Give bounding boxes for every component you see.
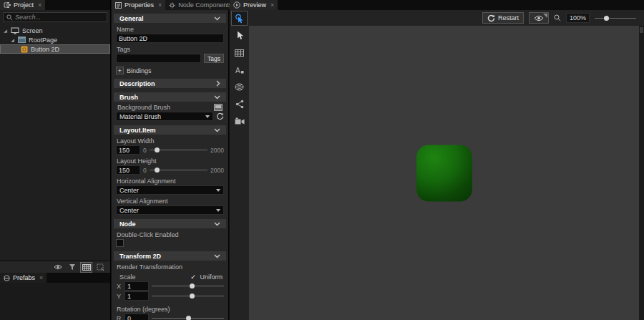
background-brush-label: Background Brush <box>117 104 170 111</box>
zoom-slider[interactable] <box>595 15 636 21</box>
rotation-r-field[interactable] <box>125 314 149 320</box>
button-2d-node[interactable] <box>416 145 472 201</box>
rotation-slider[interactable] <box>152 315 224 320</box>
close-icon[interactable]: × <box>38 2 42 9</box>
visibility-button[interactable] <box>529 12 549 24</box>
zoom-level-value[interactable]: 100% <box>566 13 590 23</box>
tree-row-screen[interactable]: ◢ Screen <box>0 26 110 35</box>
scale-y-label: Y <box>116 293 122 300</box>
tab-preview[interactable]: Preview × <box>230 0 278 10</box>
scrollbar-thumb[interactable] <box>640 27 643 33</box>
section-transform-2d[interactable]: Transform 2D <box>114 251 226 261</box>
scale-x-field[interactable] <box>125 281 149 291</box>
wireframe-tool-icon[interactable] <box>232 80 247 94</box>
close-icon[interactable]: × <box>158 2 162 9</box>
vertical-alignment-dropdown[interactable]: Center <box>116 205 224 215</box>
horizontal-alignment-label: Horizontal Alignment <box>112 175 228 185</box>
section-brush-title: Brush <box>119 94 138 101</box>
section-layout-item[interactable]: Layout.Item <box>114 125 226 135</box>
tags-button[interactable]: Tags <box>204 54 224 63</box>
tab-properties[interactable]: Properties × <box>112 0 165 10</box>
section-general[interactable]: General <box>114 14 226 23</box>
svg-text:A: A <box>235 67 240 74</box>
section-transform-2d-title: Transform 2D <box>119 253 161 260</box>
project-panel: Project × ◢ Screen ◢ RootPage <box>0 0 111 320</box>
background-brush-dropdown[interactable]: Material Brush <box>116 112 213 121</box>
layout-height-label: Layout Height <box>112 155 228 165</box>
filter-icon[interactable] <box>67 263 77 272</box>
scale-y-slider[interactable] <box>152 293 224 299</box>
layout-width-slider[interactable] <box>150 147 208 153</box>
chevron-down-icon <box>214 95 220 100</box>
node-graph-tool-icon[interactable] <box>232 97 247 111</box>
properties-tabbar: Properties × Node Components × <box>112 0 228 10</box>
properties-panel: Properties × Node Components × General N… <box>112 0 229 320</box>
layout-height-max: 2000 <box>210 167 224 174</box>
project-tree: ◢ Screen ◢ RootPage Button 2D <box>0 24 110 261</box>
preview-canvas[interactable] <box>249 26 639 320</box>
layout-width-min: 0 <box>143 147 147 154</box>
tree-row-button2d[interactable]: Button 2D <box>0 44 110 54</box>
expander-icon[interactable]: ◢ <box>3 28 8 33</box>
grid-view-icon[interactable] <box>81 263 92 272</box>
preview-play-icon <box>233 1 240 9</box>
bindings-label: Bindings <box>127 67 152 74</box>
layout-height-field[interactable] <box>116 165 140 175</box>
project-tree-icon <box>4 2 11 9</box>
properties-content: General Name Tags Tags + Bindings Descri… <box>112 10 228 320</box>
screen-icon <box>11 27 19 34</box>
render-transformation-label: Render Transformation <box>112 261 228 271</box>
grid-tool-icon[interactable] <box>232 46 247 59</box>
search-box[interactable] <box>3 12 107 22</box>
expand-dots-icon[interactable] <box>95 263 106 272</box>
preview-body: A Restart <box>230 10 644 320</box>
restart-button[interactable]: Restart <box>482 12 524 24</box>
section-node[interactable]: Node <box>114 219 226 228</box>
section-node-title: Node <box>119 220 136 228</box>
search-icon <box>6 14 13 21</box>
close-icon[interactable]: × <box>270 2 274 9</box>
rotation-label: Rotation (degrees) <box>112 301 228 314</box>
preview-vertical-scrollbar[interactable] <box>639 26 644 320</box>
close-icon[interactable]: × <box>39 275 43 281</box>
tags-field[interactable] <box>116 54 201 63</box>
restart-icon <box>487 14 495 22</box>
brush-editor-icon[interactable] <box>214 104 223 111</box>
preview-tabbar: Preview × <box>230 0 644 10</box>
uniform-checkbox[interactable]: ✓ <box>189 273 197 281</box>
search-input[interactable] <box>15 14 104 21</box>
section-description[interactable]: Description <box>114 79 226 88</box>
tab-node-components-label: Node Components <box>178 1 232 9</box>
layout-height-slider[interactable] <box>150 167 208 173</box>
section-description-title: Description <box>119 80 155 87</box>
section-brush[interactable]: Brush <box>114 92 226 102</box>
layout-width-field[interactable] <box>116 145 140 155</box>
interact-tool-icon[interactable] <box>232 11 247 25</box>
horizontal-alignment-dropdown[interactable]: Center <box>116 185 224 195</box>
tab-project[interactable]: Project × <box>0 0 45 10</box>
properties-icon <box>115 2 122 9</box>
dropdown-caret-icon <box>205 115 210 118</box>
visibility-eye-icon[interactable] <box>52 263 63 272</box>
chevron-down-icon <box>214 128 220 132</box>
eye-icon <box>534 15 544 21</box>
select-tool-icon[interactable] <box>232 29 247 42</box>
tree-row-rootpage[interactable]: ◢ RootPage <box>0 35 110 44</box>
tab-prefabs[interactable]: Prefabs × <box>0 273 47 283</box>
expander-icon[interactable]: ◢ <box>10 37 15 42</box>
uniform-label: Uniform <box>200 273 223 281</box>
text-analyze-tool-icon[interactable]: A <box>232 63 247 77</box>
node-components-icon <box>169 2 175 9</box>
camera-tool-icon[interactable] <box>232 115 247 128</box>
restart-label: Restart <box>498 14 519 21</box>
horizontal-alignment-value: Center <box>119 187 139 194</box>
double-click-enabled-checkbox[interactable] <box>116 239 124 247</box>
add-binding-button[interactable]: + <box>116 67 124 74</box>
button2d-icon <box>21 46 28 53</box>
prefabs-tabbar: Prefabs × <box>0 273 110 283</box>
prefabs-body <box>0 283 110 320</box>
reset-brush-icon[interactable] <box>216 112 224 120</box>
scale-x-slider[interactable] <box>152 283 224 289</box>
name-field[interactable] <box>116 34 224 43</box>
scale-y-field[interactable] <box>125 291 149 301</box>
